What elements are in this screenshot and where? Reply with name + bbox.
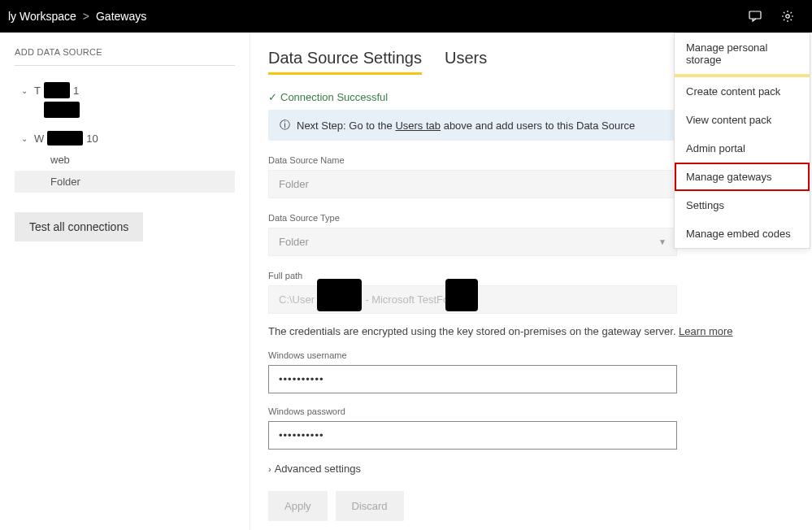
- add-data-source-button[interactable]: ADD DATA SOURCE: [15, 47, 235, 66]
- breadcrumb-separator: >: [83, 10, 89, 23]
- menu-manage-personal-storage[interactable]: Manage personal storage: [675, 33, 810, 74]
- menu-create-content-pack[interactable]: Create content pack: [675, 77, 810, 106]
- breadcrumb: ly Workspace > Gateways: [8, 10, 146, 23]
- menu-manage-embed-codes[interactable]: Manage embed codes: [675, 219, 810, 248]
- gateway-item[interactable]: ⌄ T 1: [15, 79, 235, 102]
- gateway-label-suffix: 1: [73, 85, 79, 97]
- apply-button[interactable]: Apply: [268, 491, 328, 521]
- settings-dropdown-menu: Manage personal storage Create content p…: [674, 33, 810, 249]
- redacted: [47, 131, 83, 146]
- storage-progress-bar: [675, 74, 810, 77]
- advanced-label: Advanced settings: [275, 463, 361, 475]
- info-lead: Next Step: Go to the: [297, 119, 395, 132]
- redacted: [317, 279, 362, 311]
- learn-more-link[interactable]: Learn more: [679, 325, 732, 337]
- redacted: [44, 82, 70, 98]
- dropdown-caret-icon: ▼: [658, 237, 667, 246]
- feedback-icon[interactable]: [739, 0, 771, 33]
- encryption-note: The credentials are encrypted using the …: [268, 325, 794, 337]
- advanced-settings-toggle[interactable]: ›Advanced settings: [268, 463, 794, 475]
- menu-admin-portal[interactable]: Admin portal: [675, 134, 810, 163]
- svg-point-1: [786, 15, 789, 18]
- menu-manage-gateways[interactable]: Manage gateways: [675, 163, 810, 191]
- page-content: ADD DATA SOURCE ⌄ T 1 ⌄ W 10 web Folder …: [0, 33, 812, 530]
- windows-username-label: Windows username: [268, 350, 794, 360]
- data-source-type-select[interactable]: Folder ▼: [268, 228, 677, 256]
- test-all-connections-button[interactable]: Test all connections: [15, 212, 143, 241]
- data-source-item-web[interactable]: web: [15, 149, 235, 171]
- menu-view-content-pack[interactable]: View content pack: [675, 106, 810, 134]
- gear-icon[interactable]: [771, 0, 804, 33]
- discard-button[interactable]: Discard: [336, 491, 404, 521]
- gateway-item[interactable]: ⌄ W 10: [15, 128, 235, 149]
- gateway-label-prefix: W: [34, 132, 44, 145]
- chevron-down-icon: ⌄: [21, 134, 31, 143]
- menu-settings[interactable]: Settings: [675, 191, 810, 219]
- gateway-label-suffix: 10: [86, 132, 98, 145]
- action-buttons: Apply Discard: [268, 491, 794, 521]
- encryption-text: The credentials are encrypted using the …: [268, 325, 679, 337]
- top-actions: [739, 0, 804, 33]
- svg-rect-0: [749, 11, 761, 19]
- chevron-down-icon: ⌄: [21, 86, 31, 95]
- status-text: Connection Successful: [280, 91, 388, 103]
- chevron-right-icon: ›: [268, 464, 271, 474]
- full-path-container: C:\User OneDrive - Microsoft TestFolder: [268, 285, 677, 314]
- windows-password-input[interactable]: [268, 421, 677, 450]
- data-source-item-folder[interactable]: Folder: [15, 171, 235, 193]
- gateway-label-prefix: T: [34, 85, 41, 97]
- users-tab-link[interactable]: Users tab: [395, 119, 441, 132]
- windows-password-label: Windows password: [268, 406, 794, 416]
- redacted: [44, 102, 80, 118]
- windows-username-input[interactable]: [268, 365, 677, 393]
- tab-users[interactable]: Users: [445, 49, 487, 75]
- sidebar: ADD DATA SOURCE ⌄ T 1 ⌄ W 10 web Folder …: [0, 33, 250, 530]
- top-bar: ly Workspace > Gateways: [0, 0, 812, 33]
- info-icon: ⓘ: [280, 118, 290, 132]
- info-tail: above and add users to this Data Source: [441, 119, 635, 132]
- data-source-name-input[interactable]: Folder: [268, 170, 677, 198]
- breadcrumb-current: Gateways: [96, 10, 146, 23]
- breadcrumb-workspace[interactable]: ly Workspace: [8, 10, 76, 23]
- redacted: [445, 279, 478, 311]
- select-value: Folder: [279, 236, 309, 248]
- checkmark-icon: ✓: [268, 91, 277, 103]
- tab-data-source-settings[interactable]: Data Source Settings: [268, 49, 422, 75]
